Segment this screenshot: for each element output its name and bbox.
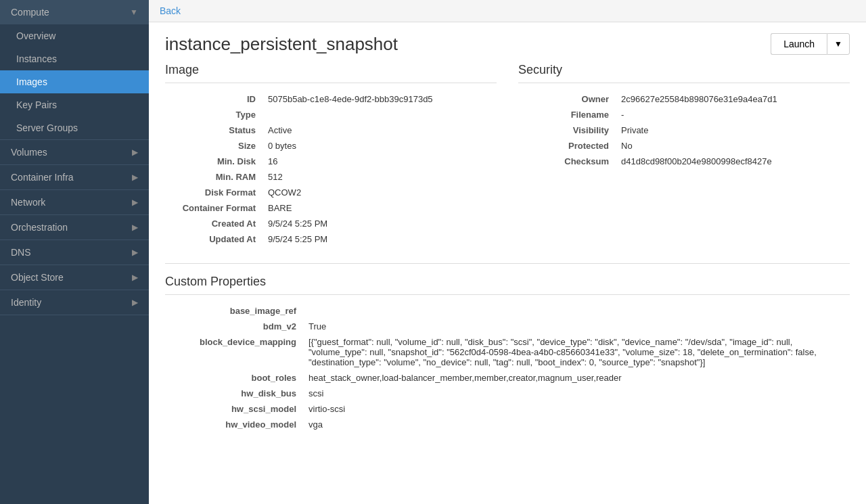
field-key: Status xyxy=(165,122,260,138)
field-key: Container Format xyxy=(165,200,260,216)
table-row: hw_disk_busscsi xyxy=(165,386,850,401)
field-key: ID xyxy=(165,91,260,107)
table-row: Size0 bytes xyxy=(165,138,497,154)
title-bar: instance_persistent_snapshot Launch ▼ xyxy=(149,22,866,63)
sidebar-section-orchestration-label: Orchestration xyxy=(11,222,68,233)
prop-key: hw_scsi_model xyxy=(165,401,300,417)
table-row: Checksumd41d8cd98f00b204e9800998ecf8427e xyxy=(518,154,850,169)
back-bar: Back xyxy=(149,0,866,22)
prop-key: hw_video_model xyxy=(165,417,300,432)
sidebar-section-identity-header[interactable]: Identity ▶ xyxy=(0,290,149,315)
table-row: hw_scsi_modelvirtio-scsi xyxy=(165,401,850,417)
table-row: block_device_mapping[{"guest_format": nu… xyxy=(165,334,850,370)
sidebar-item-keypairs[interactable]: Key Pairs xyxy=(0,93,149,116)
sidebar-section-dns: DNS ▶ xyxy=(0,240,149,265)
field-value: 2c96627e25584b898076e31e9a4ea7d1 xyxy=(613,91,850,107)
sidebar-section-compute-header[interactable]: Compute ▼ xyxy=(0,0,149,24)
sidebar-section-objectstore-header[interactable]: Object Store ▶ xyxy=(0,265,149,290)
table-row: bdm_v2True xyxy=(165,319,850,334)
field-key: Min. Disk xyxy=(165,154,260,169)
sidebar-section-dns-header[interactable]: DNS ▶ xyxy=(0,240,149,265)
image-section-title: Image xyxy=(165,63,497,83)
sidebar-section-identity: Identity ▶ xyxy=(0,290,149,315)
field-value: - xyxy=(613,107,850,122)
chevron-right-icon-6: ▶ xyxy=(132,273,138,282)
field-key: Created At xyxy=(165,216,260,231)
launch-dropdown-button[interactable]: ▼ xyxy=(827,33,850,55)
field-value: 0 bytes xyxy=(260,138,497,154)
sidebar: Compute ▼ Overview Instances Images Key … xyxy=(0,0,149,504)
sidebar-section-network-header[interactable]: Network ▶ xyxy=(0,190,149,214)
field-key: Size xyxy=(165,138,260,154)
back-link[interactable]: Back xyxy=(160,5,181,16)
sidebar-section-dns-label: DNS xyxy=(11,247,31,258)
table-row: VisibilityPrivate xyxy=(518,122,850,138)
field-key: Disk Format xyxy=(165,185,260,200)
prop-value: True xyxy=(300,319,850,334)
table-row: Min. RAM512 xyxy=(165,169,497,185)
sidebar-section-containerinfra: Container Infra ▶ xyxy=(0,165,149,190)
table-row: base_image_ref xyxy=(165,303,850,319)
sidebar-item-images[interactable]: Images xyxy=(0,70,149,93)
prop-key: base_image_ref xyxy=(165,303,300,319)
image-security-section: Image ID5075b5ab-c1e8-4ede-9df2-bbb39c91… xyxy=(165,63,850,247)
field-key: Protected xyxy=(518,138,613,154)
sidebar-section-orchestration: Orchestration ▶ xyxy=(0,215,149,240)
field-key: Type xyxy=(165,107,260,122)
chevron-right-icon-2: ▶ xyxy=(132,173,138,182)
field-value: 5075b5ab-c1e8-4ede-9df2-bbb39c9173d5 xyxy=(260,91,497,107)
table-row: ID5075b5ab-c1e8-4ede-9df2-bbb39c9173d5 xyxy=(165,91,497,107)
launch-button-group: Launch ▼ xyxy=(771,33,850,55)
sidebar-section-objectstore-label: Object Store xyxy=(11,272,64,283)
sidebar-section-volumes: Volumes ▶ xyxy=(0,140,149,165)
table-row: Disk FormatQCOW2 xyxy=(165,185,497,200)
chevron-right-icon-3: ▶ xyxy=(132,198,138,207)
table-row: Type xyxy=(165,107,497,122)
chevron-down-icon: ▼ xyxy=(130,7,138,17)
image-section: Image ID5075b5ab-c1e8-4ede-9df2-bbb39c91… xyxy=(165,63,497,247)
field-value: 9/5/24 5:25 PM xyxy=(260,216,497,231)
sidebar-item-instances[interactable]: Instances xyxy=(0,47,149,70)
field-value xyxy=(260,107,497,122)
prop-key: bdm_v2 xyxy=(165,319,300,334)
page-title: instance_persistent_snapshot xyxy=(165,34,398,55)
sidebar-section-identity-label: Identity xyxy=(11,297,41,308)
prop-key: boot_roles xyxy=(165,370,300,386)
sidebar-section-compute: Compute ▼ Overview Instances Images Key … xyxy=(0,0,149,140)
prop-key: block_device_mapping xyxy=(165,334,300,370)
field-key: Owner xyxy=(518,91,613,107)
prop-value xyxy=(300,303,850,319)
launch-button[interactable]: Launch xyxy=(771,33,827,55)
table-row: boot_rolesheat_stack_owner,load-balancer… xyxy=(165,370,850,386)
sidebar-item-servergroups[interactable]: Server Groups xyxy=(0,116,149,139)
custom-props-title: Custom Properties xyxy=(165,275,850,295)
sidebar-section-containerinfra-header[interactable]: Container Infra ▶ xyxy=(0,165,149,189)
sidebar-section-network-label: Network xyxy=(11,197,45,208)
field-key: Checksum xyxy=(518,154,613,169)
chevron-right-icon: ▶ xyxy=(132,147,138,157)
sidebar-section-orchestration-header[interactable]: Orchestration ▶ xyxy=(0,215,149,239)
field-value: d41d8cd98f00b204e9800998ecf8427e xyxy=(613,154,850,169)
field-value: Private xyxy=(613,122,850,138)
sidebar-section-containerinfra-label: Container Infra xyxy=(11,172,74,183)
prop-value: [{"guest_format": null, "volume_id": nul… xyxy=(300,334,850,370)
chevron-right-icon-7: ▶ xyxy=(132,298,138,307)
sidebar-item-overview[interactable]: Overview xyxy=(0,24,149,47)
sidebar-section-volumes-label: Volumes xyxy=(11,147,47,158)
chevron-right-icon-4: ▶ xyxy=(132,223,138,232)
field-key: Visibility xyxy=(518,122,613,138)
field-key: Min. RAM xyxy=(165,169,260,185)
field-value: No xyxy=(613,138,850,154)
field-value: BARE xyxy=(260,200,497,216)
content-area: Image ID5075b5ab-c1e8-4ede-9df2-bbb39c91… xyxy=(149,63,866,449)
prop-value: scsi xyxy=(300,386,850,401)
prop-value: vga xyxy=(300,417,850,432)
custom-properties-section: Custom Properties base_image_refbdm_v2Tr… xyxy=(165,275,850,432)
image-table: ID5075b5ab-c1e8-4ede-9df2-bbb39c9173d5Ty… xyxy=(165,91,497,247)
prop-value: virtio-scsi xyxy=(300,401,850,417)
divider xyxy=(165,263,850,264)
table-row: Filename- xyxy=(518,107,850,122)
sidebar-section-network: Network ▶ xyxy=(0,190,149,215)
field-key: Updated At xyxy=(165,231,260,247)
sidebar-section-volumes-header[interactable]: Volumes ▶ xyxy=(0,140,149,164)
